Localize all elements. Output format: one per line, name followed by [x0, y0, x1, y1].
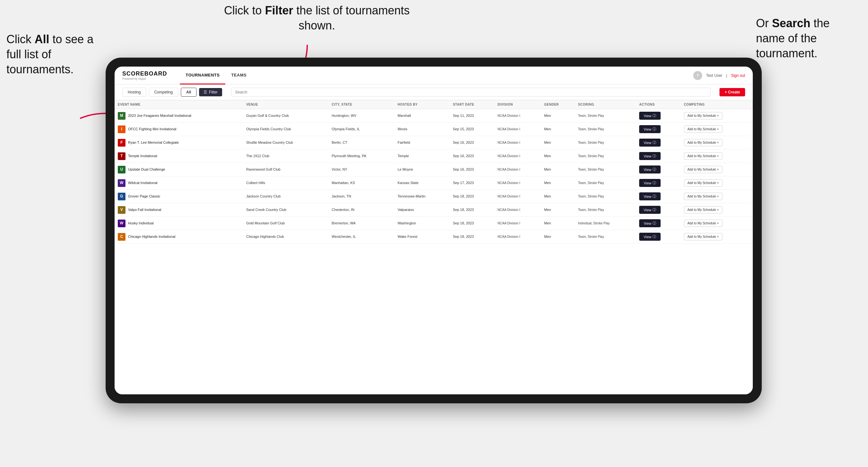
info-icon-4: ⓘ	[653, 167, 656, 172]
header-right: T Test User | Sign out	[693, 71, 745, 80]
table-container: EVENT NAME VENUE CITY, STATE HOSTED BY S…	[115, 100, 753, 394]
add-to-schedule-button-1[interactable]: Add to My Schedule +	[684, 125, 722, 133]
table-row: I OFCC Fighting Illini Invitational Olym…	[115, 123, 753, 136]
hosted-by-cell-9: Wake Forest	[394, 230, 450, 244]
venue-cell-6: Jackson Country Club	[243, 190, 329, 203]
city-state-cell-8: Bremerton, WA	[329, 217, 394, 230]
venue-cell-3: The 1912 Club	[243, 150, 329, 163]
gender-cell-2: Men	[541, 136, 575, 150]
gender-cell-7: Men	[541, 203, 575, 217]
view-button-6[interactable]: View ⓘ	[639, 192, 660, 200]
division-cell-9: NCAA Division I	[495, 230, 541, 244]
hosted-by-cell-0: Marshall	[394, 109, 450, 123]
action-cell-6: View ⓘ	[636, 190, 680, 203]
city-state-cell-0: Huntington, WV	[329, 109, 394, 123]
start-date-cell-3: Sep 16, 2023	[450, 150, 495, 163]
competing-cell-9: Add to My Schedule +	[681, 230, 753, 244]
nav-tabs: TOURNAMENTS TEAMS	[180, 67, 693, 85]
division-cell-0: NCAA Division I	[495, 109, 541, 123]
all-tab[interactable]: All	[181, 88, 196, 97]
info-icon-6: ⓘ	[653, 194, 656, 199]
team-logo-9: C	[118, 233, 125, 241]
hosted-by-cell-1: Illinois	[394, 123, 450, 136]
gender-cell-3: Men	[541, 150, 575, 163]
event-name-0: 2023 Joe Feaganes Marshall Invitational	[128, 113, 191, 118]
add-to-schedule-button-3[interactable]: Add to My Schedule +	[684, 152, 722, 160]
competing-tab[interactable]: Competing	[149, 88, 178, 97]
venue-cell-0: Guyan Golf & Country Club	[243, 109, 329, 123]
nav-tab-tournaments[interactable]: TOURNAMENTS	[180, 67, 225, 85]
add-to-schedule-button-4[interactable]: Add to My Schedule +	[684, 166, 722, 173]
filter-button[interactable]: ☰ Filter	[199, 88, 222, 96]
competing-cell-4: Add to My Schedule +	[681, 163, 753, 176]
city-state-cell-2: Berlin, CT	[329, 136, 394, 150]
action-cell-9: View ⓘ	[636, 230, 680, 244]
tablet-screen: SCOREBOARD Powered by clippd TOURNAMENTS…	[115, 67, 753, 394]
view-button-1[interactable]: View ⓘ	[639, 125, 660, 133]
team-logo-0: M	[118, 112, 125, 120]
event-name-9: Chicago Highlands Invitational	[128, 234, 176, 239]
start-date-cell-4: Sep 16, 2023	[450, 163, 495, 176]
gender-cell-9: Men	[541, 230, 575, 244]
add-to-schedule-button-0[interactable]: Add to My Schedule +	[684, 112, 722, 119]
start-date-cell-5: Sep 17, 2023	[450, 176, 495, 190]
event-name-cell-1: I OFCC Fighting Illini Invitational	[115, 123, 243, 136]
view-button-5[interactable]: View ⓘ	[639, 179, 660, 187]
scoring-cell-4: Team, Stroke Play	[575, 163, 636, 176]
annotation-top: Click to Filter the list of tournaments …	[218, 3, 416, 33]
view-button-9[interactable]: View ⓘ	[639, 233, 660, 241]
hosted-by-cell-3: Temple	[394, 150, 450, 163]
action-cell-1: View ⓘ	[636, 123, 680, 136]
add-to-schedule-button-8[interactable]: Add to My Schedule +	[684, 220, 722, 227]
add-to-schedule-button-7[interactable]: Add to My Schedule +	[684, 206, 722, 214]
competing-cell-2: Add to My Schedule +	[681, 136, 753, 150]
hosting-tab[interactable]: Hosting	[122, 88, 146, 97]
competing-cell-1: Add to My Schedule +	[681, 123, 753, 136]
add-to-schedule-button-6[interactable]: Add to My Schedule +	[684, 193, 722, 200]
event-name-cell-6: G Grover Page Classic	[115, 190, 243, 203]
view-button-8[interactable]: View ⓘ	[639, 219, 660, 227]
city-state-cell-6: Jackson, TN	[329, 190, 394, 203]
city-state-cell-7: Chesterton, IN	[329, 203, 394, 217]
scoring-cell-6: Team, Stroke Play	[575, 190, 636, 203]
competing-cell-6: Add to My Schedule +	[681, 190, 753, 203]
division-cell-3: NCAA Division I	[495, 150, 541, 163]
view-button-4[interactable]: View ⓘ	[639, 165, 660, 174]
view-button-2[interactable]: View ⓘ	[639, 138, 660, 147]
start-date-cell-6: Sep 18, 2023	[450, 190, 495, 203]
competing-cell-5: Add to My Schedule +	[681, 176, 753, 190]
view-button-7[interactable]: View ⓘ	[639, 206, 660, 214]
table-header-row: EVENT NAME VENUE CITY, STATE HOSTED BY S…	[115, 100, 753, 109]
table-row: W Husky Individual Gold Mountain Golf Cl…	[115, 217, 753, 230]
venue-cell-7: Sand Creek Country Club	[243, 203, 329, 217]
create-button[interactable]: + Create	[719, 88, 745, 96]
venue-cell-2: Shuttle Meadow Country Club	[243, 136, 329, 150]
col-actions: ACTIONS	[636, 100, 680, 109]
gender-cell-1: Men	[541, 123, 575, 136]
city-state-cell-3: Plymouth Meeting, PA	[329, 150, 394, 163]
col-venue: VENUE	[243, 100, 329, 109]
nav-tab-teams[interactable]: TEAMS	[225, 67, 252, 85]
view-button-3[interactable]: View ⓘ	[639, 152, 660, 160]
info-icon-5: ⓘ	[653, 181, 656, 185]
view-button-0[interactable]: View ⓘ	[639, 112, 660, 120]
add-to-schedule-button-2[interactable]: Add to My Schedule +	[684, 139, 722, 146]
start-date-cell-7: Sep 18, 2023	[450, 203, 495, 217]
info-icon-1: ⓘ	[653, 127, 656, 131]
add-to-schedule-button-5[interactable]: Add to My Schedule +	[684, 179, 722, 187]
search-input[interactable]	[231, 88, 711, 97]
scoring-cell-5: Team, Stroke Play	[575, 176, 636, 190]
info-icon-2: ⓘ	[653, 140, 656, 145]
add-to-schedule-button-9[interactable]: Add to My Schedule +	[684, 233, 722, 240]
logo-sub: Powered by clippd	[122, 77, 167, 80]
gender-cell-5: Men	[541, 176, 575, 190]
division-cell-6: NCAA Division I	[495, 190, 541, 203]
sign-out-link[interactable]: Sign out	[731, 73, 745, 78]
event-name-1: OFCC Fighting Illini Invitational	[128, 127, 176, 131]
info-icon-3: ⓘ	[653, 154, 656, 158]
info-icon-0: ⓘ	[653, 113, 656, 118]
city-state-cell-5: Manhattan, KS	[329, 176, 394, 190]
venue-cell-1: Olympia Fields Country Club	[243, 123, 329, 136]
separator: |	[726, 73, 727, 78]
toolbar: Hosting Competing All ☰ Filter + Create	[115, 85, 753, 100]
